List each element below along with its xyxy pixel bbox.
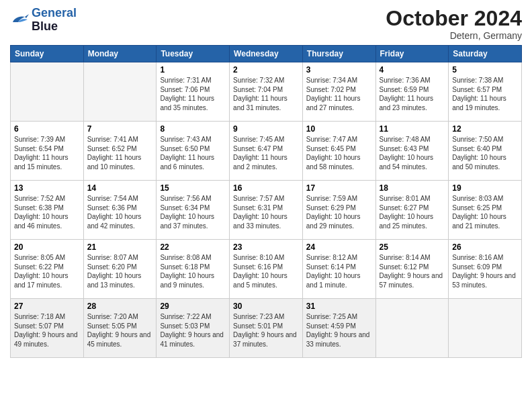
location: Detern, Germany <box>386 30 522 41</box>
day-number: 26 <box>452 242 518 252</box>
day-number: 20 <box>14 242 80 252</box>
calendar-page: General Blue October 2024 Detern, German… <box>0 0 532 411</box>
day-info: Sunrise: 7:32 AM Sunset: 7:04 PM Dayligh… <box>233 76 299 112</box>
day-number: 22 <box>160 242 226 252</box>
day-info: Sunrise: 7:57 AM Sunset: 6:31 PM Dayligh… <box>233 194 299 230</box>
day-info: Sunrise: 7:20 AM Sunset: 5:05 PM Dayligh… <box>87 312 153 349</box>
day-number: 16 <box>233 183 299 193</box>
calendar-cell: 21Sunrise: 8:07 AM Sunset: 6:20 PM Dayli… <box>83 240 157 299</box>
day-number: 4 <box>380 65 445 75</box>
calendar-cell: 13Sunrise: 7:52 AM Sunset: 6:38 PM Dayli… <box>11 181 84 240</box>
calendar-cell: 28Sunrise: 7:20 AM Sunset: 5:05 PM Dayli… <box>83 299 157 358</box>
calendar-cell: 30Sunrise: 7:23 AM Sunset: 5:01 PM Dayli… <box>230 299 303 358</box>
calendar-cell <box>449 299 522 358</box>
day-info: Sunrise: 7:43 AM Sunset: 6:50 PM Dayligh… <box>160 135 226 171</box>
day-number: 28 <box>87 302 153 311</box>
day-info: Sunrise: 8:10 AM Sunset: 6:16 PM Dayligh… <box>233 253 299 289</box>
calendar-cell <box>11 62 84 122</box>
day-info: Sunrise: 7:23 AM Sunset: 5:01 PM Dayligh… <box>233 312 299 349</box>
calendar-cell: 26Sunrise: 8:16 AM Sunset: 6:09 PM Dayli… <box>449 240 522 299</box>
day-number: 2 <box>233 65 299 75</box>
day-number: 14 <box>87 183 153 193</box>
calendar-cell: 5Sunrise: 7:38 AM Sunset: 6:57 PM Daylig… <box>449 62 522 122</box>
day-number: 29 <box>160 302 226 311</box>
day-info: Sunrise: 8:12 AM Sunset: 6:14 PM Dayligh… <box>306 253 372 289</box>
calendar-cell: 1Sunrise: 7:31 AM Sunset: 7:06 PM Daylig… <box>157 62 230 122</box>
day-number: 19 <box>452 183 518 193</box>
header: General Blue October 2024 Detern, German… <box>10 7 522 41</box>
day-number: 12 <box>452 124 518 134</box>
calendar-cell: 2Sunrise: 7:32 AM Sunset: 7:04 PM Daylig… <box>230 62 303 122</box>
day-info: Sunrise: 7:34 AM Sunset: 7:02 PM Dayligh… <box>306 76 372 112</box>
calendar-cell: 27Sunrise: 7:18 AM Sunset: 5:07 PM Dayli… <box>11 299 84 358</box>
calendar-cell: 24Sunrise: 8:12 AM Sunset: 6:14 PM Dayli… <box>302 240 375 299</box>
day-info: Sunrise: 7:38 AM Sunset: 6:57 PM Dayligh… <box>452 76 518 112</box>
calendar-cell <box>83 62 157 122</box>
calendar-cell: 12Sunrise: 7:50 AM Sunset: 6:40 PM Dayli… <box>449 122 522 181</box>
calendar-cell: 6Sunrise: 7:39 AM Sunset: 6:54 PM Daylig… <box>11 122 84 181</box>
calendar-week-3: 20Sunrise: 8:05 AM Sunset: 6:22 PM Dayli… <box>11 240 522 299</box>
col-tuesday: Tuesday <box>157 46 230 62</box>
day-info: Sunrise: 7:25 AM Sunset: 4:59 PM Dayligh… <box>306 312 372 349</box>
day-number: 21 <box>87 242 153 252</box>
calendar-cell: 25Sunrise: 8:14 AM Sunset: 6:12 PM Dayli… <box>375 240 449 299</box>
day-number: 11 <box>380 124 445 134</box>
calendar-cell: 4Sunrise: 7:36 AM Sunset: 6:59 PM Daylig… <box>375 62 449 122</box>
day-number: 6 <box>14 124 80 134</box>
calendar-cell: 19Sunrise: 8:03 AM Sunset: 6:25 PM Dayli… <box>449 181 522 240</box>
calendar-cell: 14Sunrise: 7:54 AM Sunset: 6:36 PM Dayli… <box>83 181 157 240</box>
day-number: 8 <box>160 124 226 134</box>
calendar-week-1: 6Sunrise: 7:39 AM Sunset: 6:54 PM Daylig… <box>11 122 522 181</box>
day-number: 23 <box>233 242 299 252</box>
logo-icon <box>10 13 29 28</box>
calendar-cell: 15Sunrise: 7:56 AM Sunset: 6:34 PM Dayli… <box>157 181 230 240</box>
day-info: Sunrise: 8:03 AM Sunset: 6:25 PM Dayligh… <box>452 194 518 230</box>
day-info: Sunrise: 8:01 AM Sunset: 6:27 PM Dayligh… <box>380 194 445 230</box>
day-info: Sunrise: 7:50 AM Sunset: 6:40 PM Dayligh… <box>452 135 518 171</box>
day-info: Sunrise: 7:22 AM Sunset: 5:03 PM Dayligh… <box>160 312 226 349</box>
month-title: October 2024 <box>386 7 522 30</box>
calendar-week-0: 1Sunrise: 7:31 AM Sunset: 7:06 PM Daylig… <box>11 62 522 122</box>
calendar-header: Sunday Monday Tuesday Wednesday Thursday… <box>11 46 522 62</box>
day-info: Sunrise: 7:56 AM Sunset: 6:34 PM Dayligh… <box>160 194 226 230</box>
col-thursday: Thursday <box>302 46 375 62</box>
day-info: Sunrise: 8:07 AM Sunset: 6:20 PM Dayligh… <box>87 253 153 289</box>
day-number: 5 <box>452 65 518 75</box>
day-number: 13 <box>14 183 80 193</box>
calendar-cell: 17Sunrise: 7:59 AM Sunset: 6:29 PM Dayli… <box>302 181 375 240</box>
col-friday: Friday <box>375 46 449 62</box>
calendar-table: Sunday Monday Tuesday Wednesday Thursday… <box>10 45 522 358</box>
calendar-cell: 16Sunrise: 7:57 AM Sunset: 6:31 PM Dayli… <box>230 181 303 240</box>
calendar-week-2: 13Sunrise: 7:52 AM Sunset: 6:38 PM Dayli… <box>11 181 522 240</box>
day-info: Sunrise: 7:47 AM Sunset: 6:45 PM Dayligh… <box>306 135 372 171</box>
day-info: Sunrise: 7:54 AM Sunset: 6:36 PM Dayligh… <box>87 194 153 230</box>
weekday-row: Sunday Monday Tuesday Wednesday Thursday… <box>11 46 522 62</box>
calendar-cell: 18Sunrise: 8:01 AM Sunset: 6:27 PM Dayli… <box>375 181 449 240</box>
calendar-cell: 9Sunrise: 7:45 AM Sunset: 6:47 PM Daylig… <box>230 122 303 181</box>
day-info: Sunrise: 8:05 AM Sunset: 6:22 PM Dayligh… <box>14 253 80 289</box>
calendar-cell: 11Sunrise: 7:48 AM Sunset: 6:43 PM Dayli… <box>375 122 449 181</box>
calendar-cell <box>375 299 449 358</box>
day-info: Sunrise: 8:08 AM Sunset: 6:18 PM Dayligh… <box>160 253 226 289</box>
calendar-cell: 31Sunrise: 7:25 AM Sunset: 4:59 PM Dayli… <box>302 299 375 358</box>
day-info: Sunrise: 7:39 AM Sunset: 6:54 PM Dayligh… <box>14 135 80 171</box>
day-info: Sunrise: 7:31 AM Sunset: 7:06 PM Dayligh… <box>160 76 226 112</box>
title-section: October 2024 Detern, Germany <box>386 7 522 41</box>
day-number: 17 <box>306 183 372 193</box>
day-number: 24 <box>306 242 372 252</box>
logo-text: General Blue <box>32 7 77 34</box>
logo-line1: General <box>32 6 77 19</box>
day-number: 18 <box>380 183 445 193</box>
calendar-cell: 3Sunrise: 7:34 AM Sunset: 7:02 PM Daylig… <box>302 62 375 122</box>
col-monday: Monday <box>83 46 157 62</box>
calendar-week-4: 27Sunrise: 7:18 AM Sunset: 5:07 PM Dayli… <box>11 299 522 358</box>
day-number: 15 <box>160 183 226 193</box>
day-number: 27 <box>14 302 80 311</box>
calendar-body: 1Sunrise: 7:31 AM Sunset: 7:06 PM Daylig… <box>11 62 522 358</box>
day-info: Sunrise: 7:41 AM Sunset: 6:52 PM Dayligh… <box>87 135 153 171</box>
day-number: 25 <box>380 242 445 252</box>
col-wednesday: Wednesday <box>230 46 303 62</box>
day-number: 30 <box>233 302 299 311</box>
calendar-cell: 20Sunrise: 8:05 AM Sunset: 6:22 PM Dayli… <box>11 240 84 299</box>
calendar-cell: 8Sunrise: 7:43 AM Sunset: 6:50 PM Daylig… <box>157 122 230 181</box>
